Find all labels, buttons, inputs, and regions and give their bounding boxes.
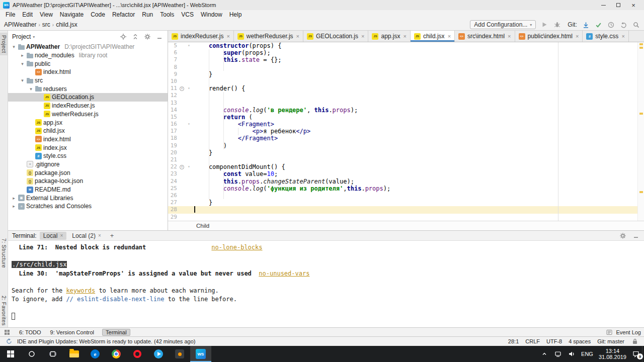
tree-chevron-icon[interactable]: ▸ xyxy=(11,204,17,209)
menu-view[interactable]: View xyxy=(36,11,56,19)
tool-stripe-2-favorites[interactable]: 2: Favorites xyxy=(0,293,8,328)
line-number[interactable]: 12 xyxy=(168,92,178,99)
close-tab-icon[interactable]: × xyxy=(576,33,579,39)
tree-item-package-lock-json[interactable]: {}package-lock.json xyxy=(8,177,168,186)
terminal-link-no-lone-blocks[interactable]: no-lone-blocks xyxy=(211,244,262,251)
menu-refactor[interactable]: Refactor xyxy=(109,11,138,19)
tree-item-index-html[interactable]: <>index.html xyxy=(8,135,168,144)
warning-stripe-mark[interactable] xyxy=(639,47,643,49)
code-line[interactable]: 20 } xyxy=(168,149,644,156)
status-widget-4-spaces[interactable]: 4 spaces xyxy=(569,338,591,344)
language-indicator[interactable]: ENG xyxy=(581,351,593,357)
line-number[interactable]: 10 xyxy=(168,78,178,85)
tree-item-external-libraries[interactable]: ▸≣External Libraries xyxy=(8,194,168,202)
status-message[interactable]: IDE and Plugin Updates: WebStorm is read… xyxy=(17,338,195,344)
line-number[interactable]: 18 xyxy=(168,135,178,142)
code-line[interactable]: 28 xyxy=(168,206,644,213)
show-desktop-button[interactable] xyxy=(642,346,644,362)
status-widget-git-master[interactable]: Git: master xyxy=(597,338,624,344)
terminal-tab-local-2[interactable]: Local (2)× xyxy=(68,232,105,240)
tree-chevron-icon[interactable]: ▾ xyxy=(28,86,34,92)
hide-panel-icon[interactable] xyxy=(632,232,640,240)
line-number[interactable]: 14 xyxy=(168,107,178,114)
line-number[interactable]: 29 xyxy=(168,214,178,221)
menu-run[interactable]: Run xyxy=(138,11,156,19)
tool-window-button-9-version-control[interactable]: 9: Version Control xyxy=(49,329,95,335)
menu-vcs[interactable]: VCS xyxy=(178,11,197,19)
git-update-icon[interactable] xyxy=(582,21,590,29)
code-line[interactable]: 19 ) xyxy=(168,142,644,149)
hide-panel-icon[interactable] xyxy=(155,33,164,41)
menu-edit[interactable]: Edit xyxy=(19,11,36,19)
taskbar-app-browser-opera[interactable] xyxy=(127,346,148,362)
minimize-button[interactable] xyxy=(596,0,611,10)
tree-item-geolocation-js[interactable]: JSGEOLocation.js xyxy=(8,93,168,102)
status-widget-crlf[interactable]: CRLF xyxy=(525,338,540,344)
close-button[interactable]: × xyxy=(626,0,641,10)
tree-chevron-icon[interactable]: ▾ xyxy=(20,78,25,83)
taskbar-app-file-explorer[interactable] xyxy=(63,346,85,362)
tree-item-readme-md[interactable]: MREADME.md xyxy=(8,186,168,194)
warning-stripe-mark[interactable] xyxy=(639,43,643,45)
code-line[interactable]: 5▾ constructor(props) { xyxy=(168,42,644,49)
code-line[interactable]: 25 console.log('функция из родителя',thi… xyxy=(168,185,644,192)
code-line[interactable]: 6 super(props); xyxy=(168,49,644,56)
line-number[interactable]: 20 xyxy=(168,149,178,156)
close-tab-icon[interactable]: × xyxy=(621,33,624,39)
editor-tab-indexreduser-js[interactable]: JSindexReduser.js× xyxy=(168,31,234,42)
tree-item-child-jsx[interactable]: JSchild.jsx xyxy=(8,127,168,135)
project-panel-title[interactable]: Project xyxy=(12,33,31,40)
status-widget-28-1[interactable]: 28:1 xyxy=(508,338,519,344)
menu-code[interactable]: Code xyxy=(87,11,109,19)
menu-navigate[interactable]: Navigate xyxy=(56,11,87,19)
volume-icon[interactable] xyxy=(568,350,576,358)
search-everywhere-icon[interactable] xyxy=(632,21,640,29)
line-number[interactable]: 15 xyxy=(168,114,178,121)
line-number[interactable]: 5 xyxy=(168,42,178,49)
tool-stripe-7-structure[interactable]: 7: Structure xyxy=(0,236,8,270)
breadcrumb-class[interactable]: Child xyxy=(196,223,209,229)
terminal-output[interactable]: Line 71: Nested block is redundant no-lo… xyxy=(8,241,644,327)
tree-item-scratches-and-consoles[interactable]: ▸≡Scratches and Consoles xyxy=(8,202,168,211)
tree-item-node-modules[interactable]: ▸node_moduleslibrary root xyxy=(8,51,168,60)
line-number[interactable]: 28 xyxy=(168,206,178,213)
line-number[interactable]: 22 xyxy=(168,163,178,170)
tree-chevron-icon[interactable]: ▾ xyxy=(11,44,17,49)
fold-marker-icon[interactable]: ▾ xyxy=(186,163,192,170)
menu-window[interactable]: Window xyxy=(197,11,226,19)
close-tab-icon[interactable]: × xyxy=(226,33,229,39)
editor-tab-style-css[interactable]: #style.css× xyxy=(583,31,628,42)
restore-button[interactable] xyxy=(611,0,626,10)
tree-item-package-json[interactable]: {}package.json xyxy=(8,168,168,177)
code-line[interactable]: 26 xyxy=(168,192,644,199)
tree-item-public[interactable]: ▾public xyxy=(8,59,168,68)
editor-tab-geolocation-js[interactable]: JSGEOLocation.js× xyxy=(303,31,368,42)
line-number[interactable]: 25 xyxy=(168,185,178,192)
code-line[interactable]: 16▾ <Fragment> xyxy=(168,121,644,128)
line-number[interactable]: 9 xyxy=(168,71,178,78)
taskbar-app-telegram[interactable] xyxy=(148,346,169,362)
close-tab-icon[interactable]: × xyxy=(361,33,364,39)
event-log-button[interactable]: Event Log xyxy=(605,328,641,336)
network-icon[interactable] xyxy=(554,350,562,358)
run-play-icon[interactable] xyxy=(540,21,548,29)
warning-stripe-mark[interactable] xyxy=(639,191,643,193)
chevron-down-icon[interactable]: ▾ xyxy=(33,35,35,39)
lock-icon[interactable] xyxy=(631,337,639,345)
code-line[interactable]: 13 xyxy=(168,100,644,107)
git-commit-icon[interactable] xyxy=(594,21,602,29)
code-line[interactable]: 14 console.log('в рендере', this.props); xyxy=(168,107,644,114)
add-configuration-select[interactable]: Add Configuration... ▾ xyxy=(470,20,536,29)
close-tab-icon[interactable]: × xyxy=(448,33,451,39)
code-line[interactable]: 7 this.state = {}; xyxy=(168,56,644,63)
tree-item-src[interactable]: ▾src xyxy=(8,76,168,85)
menu-help[interactable]: Help xyxy=(226,11,246,19)
status-widget-utf-8[interactable]: UTF-8 xyxy=(546,338,562,344)
line-number[interactable]: 23 xyxy=(168,170,178,177)
action-center-button[interactable]: 9 xyxy=(632,350,640,358)
editor-scrollbar[interactable] xyxy=(637,42,644,221)
code-line[interactable]: 8 xyxy=(168,64,644,71)
line-number[interactable]: 19 xyxy=(168,142,178,149)
code-line[interactable]: 9 } xyxy=(168,71,644,78)
code-line[interactable]: 21 xyxy=(168,156,644,163)
